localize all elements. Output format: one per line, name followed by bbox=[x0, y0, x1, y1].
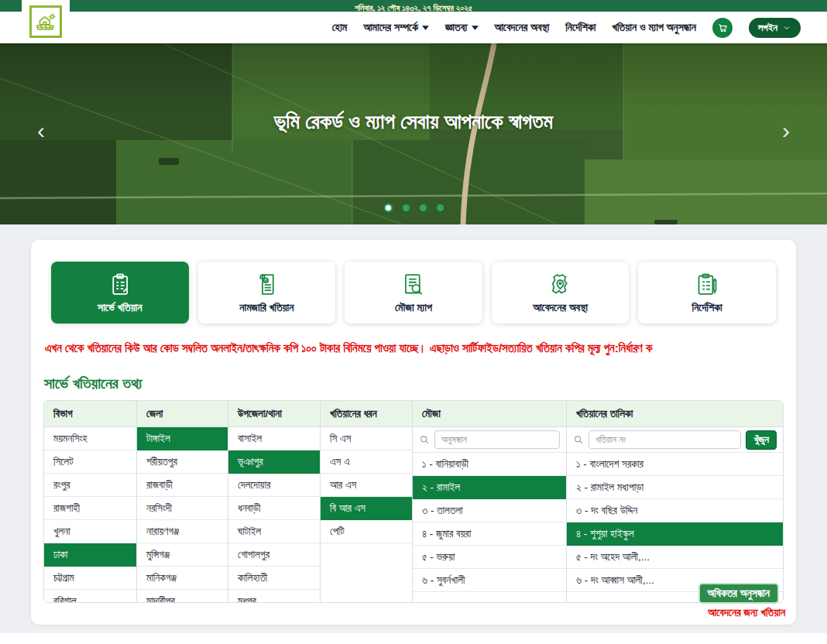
khatian-find-button[interactable]: খুঁজুন bbox=[746, 430, 777, 450]
upazila-cell-3[interactable]: ধনবাড়ী bbox=[228, 497, 320, 520]
tab-card-4[interactable]: নির্দেশিকা bbox=[638, 262, 776, 324]
district-cell-0[interactable]: টাঙ্গাইল bbox=[137, 427, 228, 450]
mouza-cell-4[interactable]: ৫ - ভরুয়া bbox=[413, 546, 566, 569]
division-cell-2[interactable]: রংপুর bbox=[44, 474, 136, 497]
carousel-prev-arrow[interactable]: ‹ bbox=[37, 119, 45, 142]
more-search-button[interactable]: অধিকতর অনুসন্ধান bbox=[698, 583, 779, 604]
division-cell-0[interactable]: ময়মনসিংহ bbox=[44, 427, 136, 450]
nav-item-1[interactable]: আমাদের সম্পর্কে bbox=[363, 21, 429, 34]
district-cell-5[interactable]: মুন্সিগঞ্জ bbox=[137, 543, 228, 567]
nav-item-label: নির্দেশিকা bbox=[565, 21, 595, 34]
bottom-notice-marquee-wrap: আবেদনের জন্য খতিয়ান bbox=[31, 606, 796, 619]
upazila-column-header: উপজেলা/থানা bbox=[228, 401, 320, 427]
nav-item-5[interactable]: খতিয়ান ও ম্যাপ অনুসন্ধান bbox=[612, 21, 696, 34]
carousel-dot-1[interactable] bbox=[384, 204, 393, 212]
farmland-aerial-image bbox=[0, 43, 827, 224]
clipboard-pen-icon bbox=[695, 272, 720, 297]
nav-item-2[interactable]: জ্ঞাতব্য bbox=[445, 21, 479, 34]
tab-card-label: মৌজা ম্যাপ bbox=[395, 301, 432, 314]
top-date-bar: শনিবার, ১২ পৌষ ১৪৩২, ২৭ ডিসেম্বর ২০২৫ bbox=[0, 0, 827, 12]
carousel-next-arrow[interactable]: › bbox=[782, 119, 790, 142]
mouza-cell-5[interactable]: ৬ - সুবর্নখালী bbox=[413, 569, 566, 592]
upazila-cell-4[interactable]: ঘাটাইল bbox=[228, 520, 320, 543]
caret-down-icon bbox=[472, 26, 479, 30]
land-ministry-logo[interactable] bbox=[29, 5, 62, 38]
mouza-cell-0[interactable]: ১ - বানিয়াবাড়ী bbox=[413, 453, 566, 476]
carousel-dot-4[interactable] bbox=[437, 204, 444, 211]
khatian-type-cell-0[interactable]: সি এস bbox=[321, 427, 412, 450]
carousel-dot-3[interactable] bbox=[420, 204, 427, 211]
khatian-column-header: খতিয়ানের তালিকা bbox=[567, 401, 783, 427]
tab-card-label: সার্ভে খতিয়ান bbox=[98, 301, 142, 314]
khatian-search-input[interactable] bbox=[589, 430, 741, 449]
khatian-cell-4[interactable]: ৫ - দং অহেদ আলী,... bbox=[567, 546, 783, 569]
cart-button[interactable] bbox=[712, 18, 733, 38]
login-button[interactable]: লগইন bbox=[749, 18, 801, 38]
upazila-cell-6[interactable]: কালিহাতী bbox=[228, 567, 320, 590]
service-tabs: সার্ভে খতিয়াননামজারি খতিয়ানমৌজা ম্যাপআ… bbox=[31, 240, 796, 324]
division-cell-6[interactable]: চট্টগ্রাম bbox=[44, 567, 136, 590]
carousel-dots bbox=[0, 204, 827, 212]
tab-card-2[interactable]: মৌজা ম্যাপ bbox=[345, 262, 482, 324]
notice-marquee: এখন থেকে খতিয়ানের কিউ আর কোড সম্বলিত অন… bbox=[31, 341, 796, 355]
nav-item-4[interactable]: নির্দেশিকা bbox=[565, 21, 595, 34]
khatian-type-column: খতিয়ানের ধরনসি এসএস এআর এসবি আর এসপেটি bbox=[321, 401, 413, 602]
khatian-type-cell-4[interactable]: পেটি bbox=[321, 520, 412, 543]
mouza-cell-1[interactable]: ২ - রামাইল bbox=[413, 476, 566, 499]
khatian-cell-1[interactable]: ২ - রামাইল মধ্যপাড়া bbox=[567, 476, 783, 499]
survey-khatian-table-wrap: বিভাগময়মনসিংহসিলেটরংপুররাজশাহীখুলনাঢাকা… bbox=[43, 400, 784, 603]
khatian-type-cell-3[interactable]: বি আর এস bbox=[321, 497, 412, 520]
district-cell-6[interactable]: মানিকগঞ্জ bbox=[137, 567, 228, 590]
tab-card-label: আবেদনের অবস্থা bbox=[533, 301, 588, 314]
carousel-dot-2[interactable] bbox=[403, 204, 410, 211]
tab-card-0[interactable]: সার্ভে খতিয়ান bbox=[51, 262, 189, 324]
search-icon bbox=[419, 434, 430, 445]
search-icon bbox=[573, 434, 584, 445]
division-cell-7[interactable]: বরিশাল bbox=[44, 590, 136, 602]
mouza-cell-2[interactable]: ৩ - তালতলা bbox=[413, 499, 566, 522]
tab-card-label: নির্দেশিকা bbox=[692, 301, 722, 314]
mouza-cell-6[interactable] bbox=[413, 592, 566, 602]
footer-strip bbox=[0, 633, 827, 644]
division-cell-4[interactable]: খুলনা bbox=[44, 520, 136, 543]
main-header: হোমআমাদের সম্পর্কেজ্ঞাতব্যআবেদনের অবস্থা… bbox=[0, 12, 827, 43]
mouza-search-input[interactable] bbox=[434, 430, 560, 449]
khatian-cell-0[interactable]: ১ - বাংলাদেশ সরকার bbox=[567, 453, 783, 476]
mouza-cell-3[interactable]: ৪ - জুমার বয়রা bbox=[413, 522, 566, 546]
upazila-cell-7[interactable]: মধুপুর bbox=[228, 590, 320, 602]
khatian-cell-3[interactable]: ৪ - শুশুয়া হাইস্কুল bbox=[567, 522, 783, 546]
bottom-notice-marquee: আবেদনের জন্য খতিয়ান bbox=[708, 606, 796, 619]
logo-plate bbox=[22, 0, 70, 43]
upazila-cell-0[interactable]: বাসাইল bbox=[228, 427, 320, 450]
division-cell-1[interactable]: সিলেট bbox=[44, 450, 136, 474]
cart-icon bbox=[717, 22, 729, 33]
clipboard-list-icon bbox=[107, 272, 132, 297]
district-cell-1[interactable]: শরীয়তপুর bbox=[137, 450, 228, 474]
tab-card-label: নামজারি খতিয়ান bbox=[239, 301, 293, 314]
division-column-header: বিভাগ bbox=[44, 401, 136, 427]
login-label: লগইন bbox=[758, 22, 777, 34]
khatian-type-cell-1[interactable]: এস এ bbox=[321, 450, 412, 474]
khatian-cell-2[interactable]: ৩ - দং বছির উদ্দিন bbox=[567, 499, 783, 522]
page-title: সার্ভে খতিয়ানের তথ্য bbox=[44, 375, 796, 392]
tab-card-1[interactable]: নামজারি খতিয়ান bbox=[198, 262, 336, 324]
upazila-cell-1[interactable]: ভূঞাপুর bbox=[228, 450, 320, 474]
district-cell-7[interactable]: মাদারীপুর bbox=[137, 590, 228, 602]
hero-carousel: ভূমি রেকর্ড ও ম্যাপ সেবায় আপনাকে স্বাগত… bbox=[0, 43, 827, 224]
khatian-type-column-header: খতিয়ানের ধরন bbox=[321, 401, 412, 427]
mouza-column-header: মৌজা bbox=[413, 401, 566, 427]
district-cell-2[interactable]: রাজবাড়ী bbox=[137, 474, 228, 497]
upazila-cell-5[interactable]: গোপালপুর bbox=[228, 543, 320, 567]
mouza-column: মৌজা১ - বানিয়াবাড়ী২ - রামাইল৩ - তালতলা… bbox=[413, 401, 567, 602]
nav-item-0[interactable]: হোম bbox=[332, 21, 347, 34]
district-cell-3[interactable]: নরসিংদী bbox=[137, 497, 228, 520]
khatian-type-cell-2[interactable]: আর এস bbox=[321, 474, 412, 497]
tab-card-3[interactable]: আবেদনের অবস্থা bbox=[492, 262, 630, 324]
nav-item-label: আবেদনের অবস্থা bbox=[495, 21, 550, 34]
district-cell-4[interactable]: নারায়ণগঞ্জ bbox=[137, 520, 228, 543]
upazila-cell-2[interactable]: দেলদোয়ার bbox=[228, 474, 320, 497]
nav-item-3[interactable]: আবেদনের অবস্থা bbox=[495, 21, 550, 34]
division-cell-5[interactable]: ঢাকা bbox=[44, 543, 136, 567]
division-cell-3[interactable]: রাজশাহী bbox=[44, 497, 136, 520]
survey-khatian-table: বিভাগময়মনসিংহসিলেটরংপুররাজশাহীখুলনাঢাকা… bbox=[43, 400, 784, 603]
